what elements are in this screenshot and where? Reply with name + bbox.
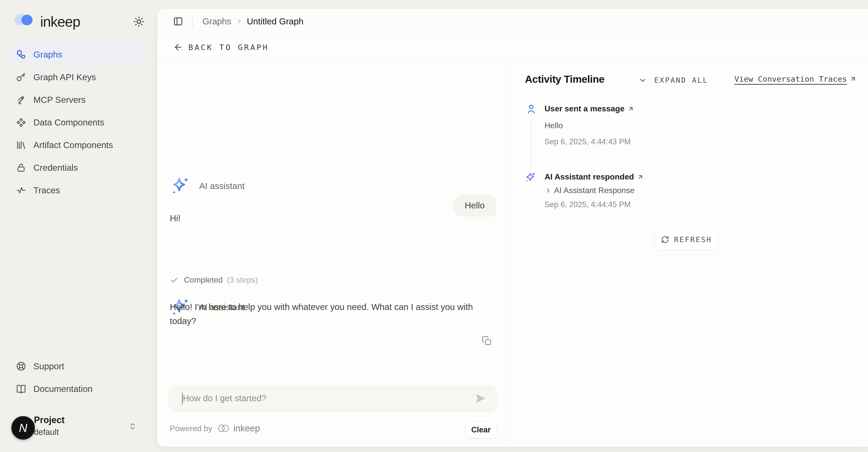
sun-icon [133, 16, 145, 28]
chevron-down-icon[interactable] [639, 76, 647, 84]
sidebar-item-support[interactable]: Support [8, 355, 146, 377]
sidebar-item-label: Traces [33, 185, 60, 195]
sidebar-item-graph-api-keys[interactable]: Graph API Keys [8, 66, 146, 88]
back-to-graph-link[interactable]: BACK TO GRAPH [157, 34, 868, 60]
clear-button[interactable]: Clear [465, 422, 497, 438]
sidebar-item-mcp-servers[interactable]: MCP Servers [8, 88, 146, 111]
chat-panel: AI assistant Hi! Hello AI assistant Comp… [157, 60, 509, 447]
sidebar-item-label: Support [33, 361, 64, 371]
refresh-label: REFRESH [674, 235, 712, 244]
refresh-icon [661, 235, 669, 244]
check-icon [170, 276, 178, 284]
lock-icon [16, 162, 26, 173]
project-subtitle: default [34, 427, 59, 437]
chevron-right-icon [545, 187, 552, 194]
main-card: Graphs Untitled Graph BACK TO GRAPH [157, 8, 868, 447]
sidebar: inkeep Graphs Graph API Keys [0, 0, 157, 452]
timeline-title: Activity Timeline [525, 74, 604, 85]
view-traces-label: View Conversation Traces [734, 75, 847, 83]
inkeep-logo-icon [13, 12, 37, 31]
inkeep-logo-text: inkeep [40, 13, 80, 30]
timeline-event-timestamp: Sep 6, 2025, 4:44:43 PM [545, 137, 631, 146]
inkeep-mark-icon [216, 423, 231, 433]
copy-icon [482, 336, 492, 346]
timeline-event-timestamp: Sep 6, 2025, 4:44:45 PM [545, 200, 631, 209]
timeline-event-title[interactable]: AI Assistant responded [545, 172, 644, 181]
breadcrumb-section[interactable]: Graphs [203, 16, 231, 26]
sidebar-item-label: Graph API Keys [33, 72, 96, 82]
sidebar-item-traces[interactable]: Traces [8, 179, 146, 202]
chevron-right-icon [235, 18, 243, 25]
key-icon [16, 72, 26, 82]
arrow-up-right-icon [627, 105, 634, 112]
user-message-bubble: Hello [453, 194, 496, 217]
sidebar-item-data-components[interactable]: Data Components [8, 111, 146, 134]
sidebar-nav: Graphs Graph API Keys MCP Servers [8, 43, 146, 202]
content-row: AI assistant Hi! Hello AI assistant Comp… [157, 60, 868, 447]
sidebar-footer-nav: Support Documentation [8, 355, 146, 400]
sidebar-item-artifact-components[interactable]: Artifact Components [8, 134, 146, 157]
book-open-icon [16, 384, 26, 394]
activity-icon [16, 185, 26, 196]
project-name: Project [34, 415, 65, 425]
back-to-graph-label: BACK TO GRAPH [188, 43, 269, 52]
send-button[interactable] [475, 393, 486, 404]
sidebar-item-label: Documentation [33, 384, 92, 394]
send-icon [475, 393, 486, 404]
activity-timeline-panel: Activity Timeline EXPAND ALL View Conver… [509, 60, 868, 447]
sidebar-item-credentials[interactable]: Credentials [8, 157, 146, 179]
component-icon [16, 117, 26, 128]
assistant-message-header: AI assistant [169, 176, 245, 196]
expand-all-button[interactable]: EXPAND ALL [654, 76, 708, 84]
sidebar-item-label: Artifact Components [33, 140, 113, 150]
user-message-text: Hello [465, 200, 485, 210]
assistant-label: AI assistant [199, 181, 245, 191]
user-icon [526, 104, 537, 115]
view-conversation-traces-link[interactable]: View Conversation Traces [734, 75, 857, 83]
sidebar-item-label: Credentials [33, 163, 78, 173]
powered-by-brand: inkeep [233, 423, 260, 434]
chevrons-up-down-icon [128, 421, 137, 431]
timeline-connector [531, 121, 531, 174]
panel-left-icon[interactable] [173, 16, 183, 27]
assistant-response-text: Hello! I'm here to help you with whateve… [170, 300, 500, 328]
powered-by-text: Powered by [170, 424, 212, 433]
nextjs-dev-badge[interactable]: N [11, 416, 35, 440]
nextjs-letter: N [19, 421, 27, 435]
arrow-up-right-icon [637, 173, 644, 180]
sidebar-item-label: Graphs [33, 50, 62, 60]
timeline-response-toggle[interactable]: AI Assistant Response [545, 186, 634, 195]
theme-toggle-button[interactable] [133, 16, 145, 28]
copy-button[interactable] [482, 336, 492, 346]
powered-by[interactable]: Powered by inkeep [170, 423, 260, 434]
assistant-greeting: Hi! [170, 213, 181, 223]
library-icon [16, 140, 26, 150]
sidebar-item-documentation[interactable]: Documentation [8, 377, 146, 400]
timeline-event-title[interactable]: User sent a message [545, 104, 634, 113]
status-steps: (3 steps) [227, 275, 258, 285]
chat-input-box [169, 386, 497, 411]
status-label: Completed [184, 275, 223, 285]
breadcrumb: Graphs Untitled Graph [203, 16, 303, 26]
arrow-left-icon [173, 43, 183, 52]
life-buoy-icon [16, 361, 26, 372]
breadcrumb-header: Graphs Untitled Graph [157, 9, 868, 34]
breadcrumb-page: Untitled Graph [247, 16, 304, 26]
text-cursor [182, 393, 183, 404]
refresh-button[interactable]: REFRESH [655, 229, 718, 250]
sparkles-avatar-icon [169, 176, 192, 196]
sidebar-item-label: MCP Servers [33, 95, 85, 105]
completion-status[interactable]: Completed (3 steps) [170, 275, 258, 285]
sidebar-item-label: Data Components [33, 117, 104, 128]
header-divider [192, 15, 193, 28]
clear-button-label: Clear [471, 425, 491, 434]
chat-input[interactable] [183, 386, 472, 411]
arrow-up-right-icon [849, 75, 857, 83]
mcp-icon [16, 94, 26, 105]
sparkles-icon [525, 172, 536, 183]
workflow-icon [16, 49, 26, 60]
timeline-event-body: Hello [545, 121, 563, 130]
inkeep-logo[interactable]: inkeep [13, 11, 146, 32]
sidebar-item-graphs[interactable]: Graphs [8, 43, 146, 66]
